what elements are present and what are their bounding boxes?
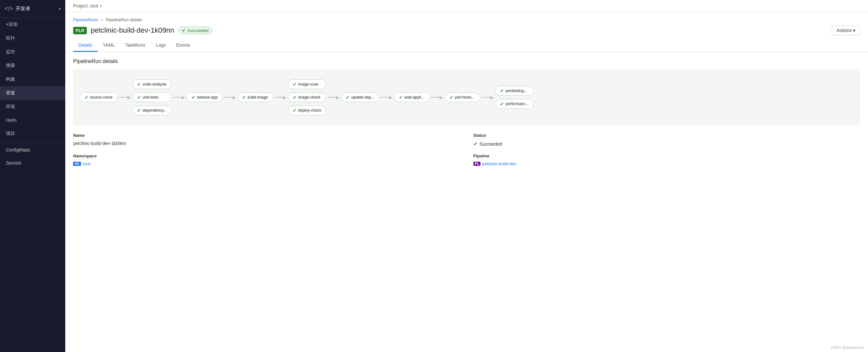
sidebar-item-build[interactable]: 构建: [0, 72, 65, 86]
sidebar-item-helm[interactable]: Helm: [0, 114, 65, 127]
col-9: ✔ pentesting... ✔ performanc...: [495, 79, 534, 115]
sidebar-item-label: Secrets: [6, 160, 21, 166]
sidebar-item-project[interactable]: 项目: [0, 127, 65, 140]
status-success-icon: ✔: [473, 141, 477, 147]
pipeline-label: Pipeline: [473, 153, 490, 159]
arrow-7-8: ▶: [430, 79, 444, 115]
col-6: ✔ update-dep...: [341, 79, 379, 115]
section-title: PipelineRun details: [73, 58, 860, 64]
col-5: ✔ image-scan ✔ image-check ✔ deploy-chec…: [288, 79, 327, 115]
task-image-scan[interactable]: ✔ image-scan: [288, 79, 327, 89]
name-value: petclinic-build-dev-1k09nn: [73, 141, 460, 146]
task-deploy-check[interactable]: ✔ deploy-check: [288, 106, 327, 115]
sidebar-item-label: 构建: [6, 77, 15, 82]
sidebar-item-search[interactable]: 搜索: [0, 59, 65, 72]
breadcrumb-parent[interactable]: PipelineRuns: [73, 17, 98, 22]
status-value: Succeeded: [479, 141, 502, 147]
tab-taskruns[interactable]: TaskRuns: [120, 39, 151, 52]
status-text: Succeeded: [187, 28, 209, 33]
project-chevron-icon[interactable]: ▾: [100, 4, 102, 8]
arrow-8-9: ▶: [480, 79, 495, 115]
arrow-6-7: ▶: [379, 79, 394, 115]
project-text: Project: cicd: [73, 3, 98, 8]
tab-yaml[interactable]: YAML: [98, 39, 120, 52]
arrowhead-icon: ▶: [440, 95, 443, 100]
sidebar-header[interactable]: </> 开发者 ▾: [0, 0, 65, 18]
arrow-1-2: ▶: [118, 79, 132, 115]
sidebar-item-topology[interactable]: 拓扑: [0, 31, 65, 45]
sidebar-item-label: 监控: [6, 49, 15, 55]
field-name: Name petclinic-build-dev-1k09nn: [73, 133, 460, 147]
task-perf-tests[interactable]: ✔ perf-tests...: [444, 92, 480, 102]
arrow-4-5: ▶: [273, 79, 288, 115]
namespace-value: NS cicd: [73, 161, 460, 166]
sidebar-item-secrets[interactable]: Secrets: [0, 156, 65, 170]
task-image-check[interactable]: ✔ image-check: [288, 92, 327, 102]
sidebar-item-monitor[interactable]: 监控: [0, 45, 65, 59]
check-icon: ✔: [500, 101, 504, 107]
node-label: deploy-check: [298, 108, 321, 113]
sidebar-item-env[interactable]: 环境: [0, 100, 65, 114]
sidebar-divider: [0, 142, 65, 142]
arrowhead-icon: ▶: [232, 95, 236, 100]
col-3: ✔ release-app: [186, 79, 222, 115]
task-wait-appli[interactable]: ✔ wait-appli...: [394, 92, 430, 102]
task-dependency[interactable]: ✔ dependency...: [132, 106, 172, 115]
status-check-icon: ✔: [182, 28, 186, 33]
content-area: PipelineRun details ✔ source-clone ▶: [65, 52, 868, 173]
tab-events[interactable]: Events: [171, 39, 195, 52]
task-update-dep[interactable]: ✔ update-dep...: [341, 92, 379, 102]
actions-label: Actions: [837, 28, 852, 33]
details-grid: Name petclinic-build-dev-1k09nn Status ✔…: [73, 133, 860, 166]
sidebar-item-configmaps[interactable]: ConfigMaps: [0, 143, 65, 156]
sidebar-item-label: 搜索: [6, 63, 15, 68]
arrow-2-3: ▶: [172, 79, 186, 115]
check-icon: ✔: [85, 95, 89, 100]
node-label: perf-tests...: [455, 95, 475, 99]
tab-details[interactable]: Details: [73, 39, 98, 52]
node-label: performanc...: [506, 101, 529, 106]
sidebar: </> 开发者 ▾ +添加 拓扑 监控 搜索 构建 管道 环境 Helm 项目 …: [0, 0, 65, 352]
sidebar-item-add[interactable]: +添加: [0, 18, 65, 31]
task-unit-tests[interactable]: ✔ unit-tests: [132, 92, 172, 102]
breadcrumb: PipelineRuns > PipelineRun details: [73, 17, 860, 22]
task-code-analysis[interactable]: ✔ code-analysis: [132, 79, 172, 89]
page-title: petclinic-build-dev-1k09nn: [91, 26, 174, 35]
node-label: unit-tests: [143, 95, 159, 99]
arrowhead-icon: ▶: [182, 95, 185, 100]
check-icon: ✔: [500, 88, 504, 93]
node-label: image-scan: [298, 82, 319, 87]
arrowhead-icon: ▶: [389, 95, 393, 100]
task-build-image[interactable]: ✔ build-image: [237, 92, 273, 102]
tab-logs[interactable]: Logs: [151, 39, 171, 52]
plr-badge: PLR: [73, 27, 87, 34]
sidebar-item-label: 项目: [6, 130, 15, 137]
actions-chevron-icon: ▾: [853, 28, 855, 33]
col-8: ✔ perf-tests...: [444, 79, 480, 115]
sidebar-item-pipeline[interactable]: 管道: [0, 86, 65, 100]
tabs: Details YAML TaskRuns Logs Events: [65, 39, 868, 52]
check-icon: ✔: [293, 108, 297, 113]
pipeline-link[interactable]: petclinic-build-dev: [482, 161, 516, 166]
task-performanc[interactable]: ✔ performanc...: [495, 99, 534, 109]
check-icon: ✔: [399, 95, 403, 100]
graph-row: ✔ source-clone ▶ ✔ code-analysis: [80, 79, 854, 115]
check-icon: ✔: [191, 95, 195, 100]
breadcrumb-separator: >: [101, 17, 103, 22]
sidebar-item-label: 环境: [6, 104, 15, 110]
task-release-app[interactable]: ✔ release-app: [186, 92, 222, 102]
node-label: pentesting...: [506, 88, 527, 93]
app-name: 开发者: [16, 5, 30, 12]
page-header: PipelineRuns > PipelineRun details PLR p…: [65, 12, 868, 35]
node-label: wait-appli...: [404, 95, 424, 99]
topbar: Project: cicd ▾: [65, 0, 868, 12]
sidebar-item-label: 拓扑: [6, 35, 15, 41]
task-source-clone[interactable]: ✔ source-clone: [80, 92, 118, 102]
actions-button[interactable]: Actions ▾: [832, 26, 860, 35]
status-badge: ✔ Succeeded: [178, 26, 212, 34]
node-label: source-clone: [90, 95, 113, 99]
node-label: code-analysis: [143, 82, 166, 87]
sidebar-item-label: Helm: [6, 118, 17, 123]
task-pentesting[interactable]: ✔ pentesting...: [495, 86, 534, 96]
namespace-link[interactable]: cicd: [83, 161, 90, 166]
